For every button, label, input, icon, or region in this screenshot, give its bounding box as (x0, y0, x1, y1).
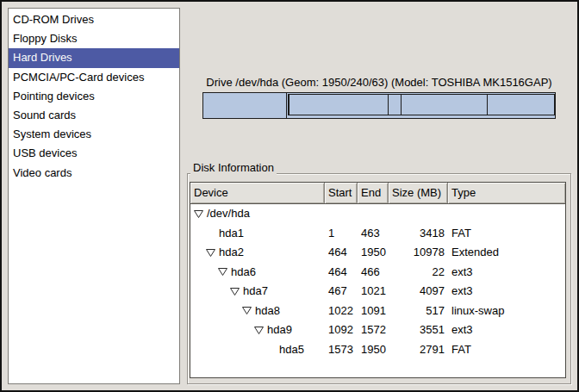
cell-size: 517 (389, 302, 448, 321)
cell-end: 1950 (358, 340, 389, 360)
tree-indent (190, 349, 266, 350)
cell-start: 464 (325, 243, 358, 263)
device-name: hda7 (243, 282, 268, 302)
disk-table: DeviceStartEndSize (MB)Type /dev/hdahda1… (190, 182, 566, 378)
cell-device: hda5 (190, 340, 325, 360)
sidebar-item-pcmcia-pc-card-devices[interactable]: PCMCIA/PC-Card devices (9, 68, 179, 87)
cell-size: 3418 (389, 224, 448, 244)
cell-type: ext3 (448, 320, 565, 340)
partition-segment-hda7 (289, 95, 388, 115)
table-row-dev-hda[interactable]: /dev/hda (190, 204, 565, 224)
sidebar-item-sound-cards[interactable]: Sound cards (9, 106, 179, 125)
table-row-hda6[interactable]: hda646446622ext3 (190, 263, 565, 283)
table-row-hda8[interactable]: hda810221091517linux-swap (190, 302, 565, 321)
cell-size: 4097 (389, 282, 448, 302)
tree-indent (190, 310, 242, 311)
cell-type: ext3 (448, 263, 565, 283)
partition-segment-hda9 (401, 95, 487, 115)
cell-type: FAT (448, 340, 565, 360)
cell-type: FAT (448, 224, 565, 244)
cell-end: 1950 (358, 243, 389, 263)
device-name: /dev/hda (207, 204, 250, 224)
cell-size (389, 204, 448, 224)
tree-indent (190, 291, 230, 292)
device-category-list: CD-ROM DrivesFloppy DisksHard DrivesPCMC… (8, 8, 180, 384)
cell-start: 1092 (325, 320, 358, 340)
drive-title: Drive /dev/hda (Geom: 1950/240/63) (Mode… (202, 76, 556, 89)
cell-size: 10978 (389, 243, 448, 263)
cell-device: hda7 (190, 282, 325, 302)
expander-icon[interactable] (254, 327, 267, 334)
column-header-size-mb[interactable]: Size (MB) (389, 183, 448, 203)
cell-size: 3551 (389, 320, 448, 340)
expander-icon[interactable] (230, 288, 243, 296)
cell-start: 467 (325, 282, 358, 302)
sidebar-item-floppy-disks[interactable]: Floppy Disks (9, 29, 179, 48)
cell-start: 1 (325, 224, 358, 244)
cell-type (448, 204, 565, 224)
device-name: hda9 (267, 320, 292, 340)
expander-icon[interactable] (194, 210, 207, 218)
tree-indent (190, 271, 218, 272)
cell-device: hda2 (190, 243, 325, 263)
cell-end: 1572 (358, 320, 389, 340)
expander-icon[interactable] (206, 249, 219, 257)
cell-start: 464 (325, 263, 358, 283)
partition-segment-hda1 (203, 93, 287, 118)
disk-table-header: DeviceStartEndSize (MB)Type (190, 183, 565, 204)
column-header-end[interactable]: End (358, 183, 389, 203)
device-name: hda2 (219, 243, 244, 263)
column-header-device[interactable]: Device (190, 183, 325, 203)
sidebar-item-system-devices[interactable]: System devices (9, 125, 179, 144)
cell-size: 22 (389, 263, 448, 283)
cell-device: hda6 (190, 263, 325, 283)
partition-segment-hda2-extended (288, 94, 555, 115)
sidebar-item-pointing-devices[interactable]: Pointing devices (9, 87, 179, 106)
table-row-hda9[interactable]: hda9109215723551ext3 (190, 320, 565, 340)
cell-device: hda1 (190, 224, 325, 244)
sidebar-item-cd-rom-drives[interactable]: CD-ROM Drives (9, 10, 179, 29)
expander-icon[interactable] (218, 268, 231, 276)
cell-device: /dev/hda (190, 204, 325, 224)
cell-type: ext3 (448, 282, 565, 302)
disk-table-body: /dev/hdahda114633418FAThda2464195010978E… (190, 204, 565, 359)
table-row-hda7[interactable]: hda746710214097ext3 (190, 282, 565, 302)
partition-bar (202, 92, 556, 119)
table-row-hda1[interactable]: hda114633418FAT (190, 224, 565, 244)
expander-icon[interactable] (242, 307, 255, 314)
sidebar-item-hard-drives[interactable]: Hard Drives (9, 48, 179, 67)
tree-indent (190, 330, 254, 331)
tree-indent (190, 252, 206, 253)
column-header-type[interactable]: Type (448, 183, 565, 203)
tree-indent (190, 233, 206, 233)
disk-information-label: Disk Information (190, 161, 277, 175)
cell-device: hda9 (190, 320, 325, 340)
column-header-start[interactable]: Start (325, 183, 358, 203)
cell-start (325, 204, 358, 224)
table-row-hda2[interactable]: hda2464195010978Extended (190, 243, 565, 263)
cell-end: 463 (358, 224, 389, 244)
cell-type: linux-swap (448, 302, 565, 321)
cell-start: 1022 (325, 302, 358, 321)
partition-segment-hda8 (388, 95, 401, 115)
device-name: hda6 (231, 263, 256, 283)
cell-size: 2791 (389, 340, 448, 360)
cell-end: 1021 (358, 282, 389, 302)
cell-end: 466 (358, 263, 389, 283)
cell-end (358, 204, 389, 224)
device-name: hda5 (279, 340, 304, 360)
device-name: hda1 (219, 224, 244, 244)
sidebar-item-usb-devices[interactable]: USB devices (9, 144, 179, 163)
table-row-hda5[interactable]: hda5157319502791FAT (190, 340, 565, 360)
cell-end: 1091 (358, 302, 389, 321)
hardware-browser-window: CD-ROM DrivesFloppy DisksHard DrivesPCMC… (0, 0, 579, 392)
partition-segment-hda5 (487, 95, 554, 115)
cell-type: Extended (448, 243, 565, 263)
device-name: hda8 (255, 302, 280, 321)
cell-device: hda8 (190, 302, 325, 321)
cell-start: 1573 (325, 340, 358, 360)
sidebar-item-video-cards[interactable]: Video cards (9, 164, 179, 183)
